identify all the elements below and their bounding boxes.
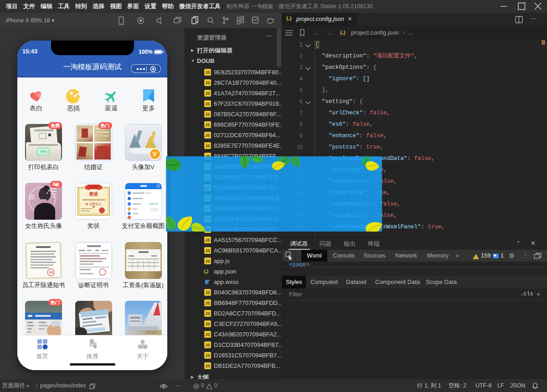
svg-text:!: ! (475, 255, 476, 259)
